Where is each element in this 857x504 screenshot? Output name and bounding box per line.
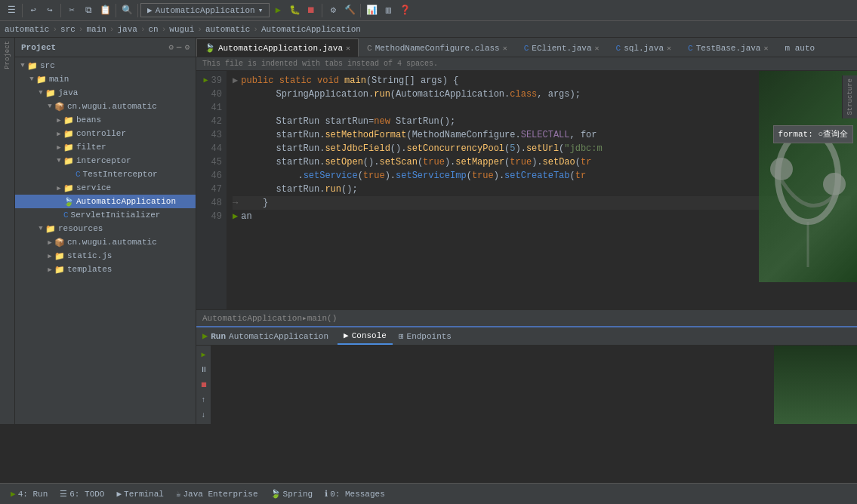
tree-item-filter[interactable]: ▶ 📁 filter (15, 140, 196, 154)
breadcrumb-item[interactable]: cn (148, 25, 158, 34)
run-tab-label: Endpoints (407, 332, 452, 341)
tab-method-config[interactable]: C MethodNameConfigure.class ✕ (359, 38, 516, 57)
help-btn[interactable]: ❓ (396, 2, 413, 19)
run-panel-content: ▶ ⏸ ⏹ ↑ ↓ (196, 346, 857, 424)
folder-icon: 📁 (54, 251, 65, 261)
find-btn[interactable]: 🔍 (119, 2, 135, 19)
project-panel-icon[interactable]: Project (4, 41, 11, 69)
tooltip-popup: format: ○查询全 (773, 125, 853, 143)
tree-item-static[interactable]: ▶ 📁 static.js (15, 249, 196, 263)
breadcrumb-item[interactable]: main (86, 25, 106, 34)
build-btn[interactable]: 🔨 (341, 2, 358, 19)
tree-arrow: ▶ (54, 184, 63, 192)
run-config-dropdown[interactable]: ▶ AutomaticApplication ▾ (140, 3, 270, 17)
tree-item-res-package[interactable]: ▶ 📦 cn.wugui.automatic (15, 235, 196, 249)
tab-m-auto[interactable]: m auto (777, 38, 824, 57)
copy-btn[interactable]: ⧉ (80, 2, 97, 19)
tab-icon: 🍃 (205, 43, 215, 53)
breadcrumb-item[interactable]: src (60, 25, 76, 34)
tree-item-controller[interactable]: ▶ 📁 controller (15, 127, 196, 140)
structure-icon[interactable]: Structure (846, 78, 854, 115)
breadcrumb-item[interactable]: wugui (169, 25, 194, 34)
java-enterprise-btn[interactable]: ☕ Java Enterprise (171, 484, 263, 504)
tree-item-main[interactable]: ▼ 📁 main (15, 72, 196, 86)
tab-close-btn[interactable]: ✕ (503, 44, 507, 53)
tree-label: java (58, 88, 78, 97)
tree-arrow: ▼ (45, 103, 54, 110)
tab-label: TestBase.java (696, 44, 761, 53)
spring-status-btn[interactable]: 🍃 Spring (266, 484, 318, 504)
tree-item-resources[interactable]: ▼ 📁 resources (15, 222, 196, 235)
tab-automatic-app[interactable]: 🍃 AutomaticApplication.java ✕ (196, 38, 359, 57)
file-info-bar: This file is indented with tabs instead … (196, 57, 857, 71)
tree-item-testinterceptor[interactable]: C TestInterceptor (15, 167, 196, 181)
breadcrumb-sep: › (79, 25, 84, 34)
todo-status-btn[interactable]: ☰ 6: TODO (55, 484, 109, 504)
tree-item-automatic-app[interactable]: 🍃 AutomaticApplication (15, 195, 196, 208)
terminal-icon: ▶ (116, 489, 122, 499)
folder-icon: 📦 (54, 102, 65, 112)
cut-btn[interactable]: ✂ (63, 2, 80, 19)
tree-item-servlet[interactable]: C ServletInitializer (15, 208, 196, 222)
paste-btn[interactable]: 📋 (97, 2, 113, 19)
breadcrumb-item[interactable]: automatic (5, 25, 49, 34)
stop-btn[interactable]: ⏹ (303, 2, 319, 19)
breadcrumb-sep: › (197, 25, 202, 34)
run-play-btn[interactable]: ▶ (198, 349, 210, 361)
tree-item-beans[interactable]: ▶ 📁 beans (15, 113, 196, 127)
run-up-btn[interactable]: ↑ (198, 394, 210, 406)
tree-item-service[interactable]: ▶ 📁 service (15, 181, 196, 195)
tab-sql[interactable]: C sql.java ✕ (608, 38, 680, 57)
tab-close-btn[interactable]: ✕ (346, 44, 350, 53)
undo-btn[interactable]: ↩ (25, 2, 42, 19)
breadcrumb-item[interactable]: AutomaticApplication (261, 25, 361, 34)
sidebar-gear-icon[interactable]: ⚙ (184, 42, 190, 52)
folder-icon: 📁 (63, 143, 74, 152)
java-label: Java Enterprise (183, 490, 258, 499)
run-btn[interactable]: ▶ (270, 2, 286, 19)
tree-item-interceptor[interactable]: ▼ 📁 interceptor (15, 154, 196, 167)
vcs-btn[interactable]: 📊 (363, 2, 380, 19)
sidebar-settings-icon[interactable]: ⚙ (168, 42, 174, 52)
breadcrumb-item[interactable]: java (117, 25, 137, 34)
debug-btn[interactable]: 🐛 (286, 2, 303, 19)
separator-3 (116, 4, 116, 17)
run-status-btn[interactable]: ▶ 4: Run (6, 484, 52, 504)
tree-arrow: ▶ (45, 266, 54, 274)
code-content[interactable]: ▶ public static void main(String[] args)… (227, 71, 857, 309)
menu-icon[interactable]: ☰ (3, 2, 20, 19)
breadcrumb-item[interactable]: automatic (205, 25, 250, 34)
run-down-btn[interactable]: ↓ (198, 409, 210, 421)
terminal-status-btn[interactable]: ▶ Terminal (112, 484, 168, 504)
tree-label: resources (58, 224, 103, 233)
editor-breadcrumb: AutomaticApplication▸main() (196, 309, 857, 326)
run-tab-endpoints[interactable]: ⊞ Endpoints (393, 327, 458, 345)
tab-close-btn[interactable]: ✕ (763, 44, 768, 53)
folder-icon: 📁 (45, 88, 56, 98)
tree-arrow: ▼ (54, 157, 63, 164)
tree-item-java[interactable]: ▼ 📁 java (15, 86, 196, 100)
tree-item-src[interactable]: ▼ 📁 src (15, 59, 196, 72)
tab-close-btn[interactable]: ✕ (667, 44, 671, 53)
tab-close-btn[interactable]: ✕ (595, 44, 600, 53)
redo-btn[interactable]: ↪ (42, 2, 58, 19)
file-info-text: This file is indented with tabs instead … (202, 60, 438, 68)
sidebar-close-icon[interactable]: — (177, 42, 182, 52)
terminal-btn[interactable]: ▥ (380, 2, 396, 19)
tree-item-templates[interactable]: ▶ 📁 templates (15, 263, 196, 276)
code-editor[interactable]: ▶39 40 41 42 43 44 45 46 47 48 49 ▶ publ… (196, 71, 857, 309)
run-tab-console[interactable]: ▶ Console (338, 327, 393, 345)
breadcrumb-sep: › (140, 25, 146, 34)
messages-status-btn[interactable]: ℹ 0: Messages (320, 484, 390, 504)
run-stop-btn[interactable]: ⏹ (198, 379, 210, 391)
tree-label: TestInterceptor (83, 170, 158, 179)
tab-eclient[interactable]: C EClient.java ✕ (516, 38, 608, 57)
tree-label: interceptor (76, 156, 131, 165)
settings-btn[interactable]: ⚙ (325, 2, 341, 19)
endpoints-icon: ⊞ (399, 331, 404, 341)
run-pause-btn[interactable]: ⏸ (198, 364, 210, 376)
tab-testbase[interactable]: C TestBase.java ✕ (680, 38, 776, 57)
java-file-icon: C (76, 170, 81, 179)
tree-item-package[interactable]: ▼ 📦 cn.wugui.automatic (15, 100, 196, 113)
tab-icon: C (688, 44, 693, 53)
